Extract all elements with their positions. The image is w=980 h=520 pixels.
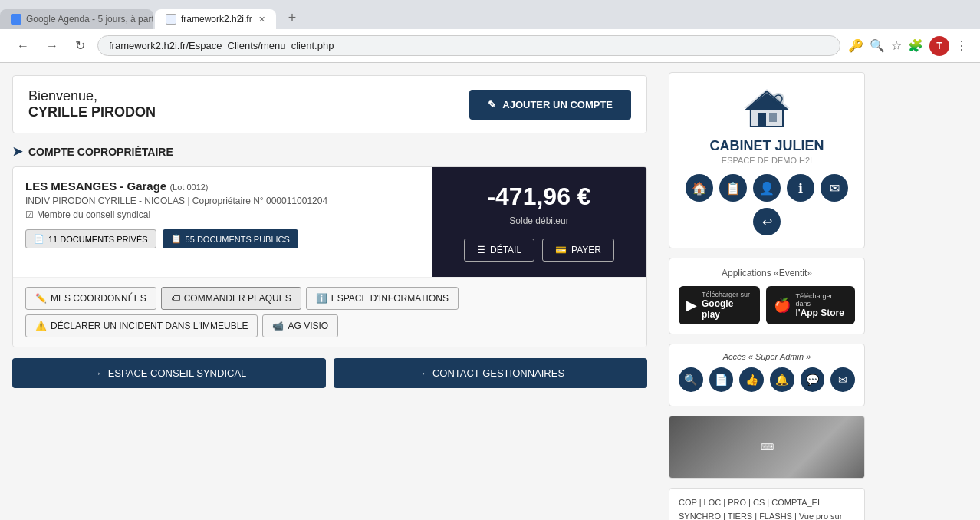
incident-button[interactable]: ⚠️ DÉCLARER UN INCIDENT DANS L'IMMEUBLE [25,314,258,337]
property-owner: INDIV PIRODON CYRILLE - NICOLAS | Coprop… [25,196,419,206]
app-store-button[interactable]: 🍎 Télécharger dans l'App Store [766,286,855,324]
svg-rect-3 [758,113,766,127]
tab-agenda[interactable]: Google Agenda - 5 jours, à part... ✕ [0,9,153,29]
private-docs-label: 11 DOCUMENTS PRIVÉS [48,235,148,244]
back-button[interactable]: ← [12,38,34,54]
welcome-greeting: Bienvenue, [28,88,156,104]
welcome-section: Bienvenue, CYRILLE PIRODON ✎ AJOUTER UN … [12,75,647,133]
admin-icon-row: 🔍 📄 👍 🔔 💬 ✉ [679,367,855,392]
tab-framework-close[interactable]: ✕ [258,15,265,25]
pay-button[interactable]: 💳 PAYER [542,239,614,262]
info-icon: ℹ️ [316,293,327,304]
admin-bell-button[interactable]: 🔔 [770,367,794,392]
cabinet-subtitle: ESPACE DE DEMO H2I [682,156,852,165]
sidebar-logout-button[interactable]: ↩ [753,208,781,235]
google-play-button[interactable]: ▶ Télécharger sur Google play [679,286,760,324]
admin-like-button[interactable]: 👍 [739,367,764,392]
new-tab-button[interactable]: + [281,7,304,29]
doc-icon: 📄 [34,234,44,244]
info-space-button[interactable]: ℹ️ ESPACE D'INFORMATIONS [306,287,459,310]
plus-icon: ✎ [488,99,496,110]
apps-section: Applications «Eventit» ▶ Télécharger sur… [669,258,865,334]
tab-agenda-favicon [11,14,21,25]
info-section: COP | LOC | PRO | CS | COMPTA_EI SYNCHRO… [669,488,865,520]
checkbox-icon: ☑ [25,209,34,220]
menu-icon[interactable]: ⋮ [955,38,968,53]
contact-gestionnaires-button[interactable]: → CONTACT GESTIONNAIRES [334,358,647,388]
photo-placeholder: ⌨ [669,416,864,478]
detail-button[interactable]: ☰ DÉTAIL [464,239,534,262]
sidebar-mail-button[interactable]: ✉ [821,174,848,202]
coordinates-button[interactable]: ✏️ MES COORDONNÉES [25,287,156,310]
sidebar-info-button[interactable]: ℹ [787,174,814,202]
arrow-icon: ➤ [12,144,22,159]
ag-visio-button[interactable]: 📹 AG VISIO [262,314,338,337]
bottom-actions: → ESPACE CONSEIL SYNDICAL → CONTACT GEST… [12,358,647,388]
profile-avatar[interactable]: T [929,36,949,56]
reload-button[interactable]: ↻ [71,37,90,54]
super-admin-section: Accès « Super Admin » 🔍 📄 👍 🔔 💬 ✉ [669,344,865,406]
sidebar-person-button[interactable]: 👤 [753,174,781,202]
app-store-big: l'App Store [795,308,847,318]
app-store-small: Télécharger dans [795,292,847,308]
info-space-label: ESPACE D'INFORMATIONS [331,293,449,304]
admin-chat-button[interactable]: 💬 [801,367,825,392]
key-icon: 🔑 [848,38,863,53]
pay-icon: 💳 [555,245,567,255]
sidebar: CABINET JULIEN ESPACE DE DEMO H2I 🏠 📋 👤 … [659,63,874,520]
sidebar-docs-button[interactable]: 📋 [719,174,747,202]
google-play-small: Télécharger sur [702,291,752,298]
extension-icon[interactable]: 🧩 [908,38,923,53]
add-account-button[interactable]: ✎ AJOUTER UN COMPTE [469,90,631,120]
google-play-icon: ▶ [686,297,697,314]
public-doc-icon: 📋 [171,234,182,244]
sidebar-icon-row: 🏠 📋 👤 ℹ ✉ ↩ [682,174,852,235]
tab-framework[interactable]: framework2.h2i.fr ✕ [155,9,276,29]
forward-button[interactable]: → [41,38,63,54]
balance-label: Solde débiteur [509,216,568,226]
public-docs-label: 55 DOCUMENTS PUBLICS [186,235,290,244]
public-docs-button[interactable]: 📋 55 DOCUMENTS PUBLICS [163,229,298,248]
photo-text: ⌨ [761,442,774,453]
admin-mail-button[interactable]: ✉ [830,367,855,392]
arrow-right-icon2: → [416,367,426,379]
admin-search-button[interactable]: 🔍 [679,367,703,392]
property-name: LES MESANGES - Garage (Lot 0012) [25,179,419,193]
apps-title: Applications «Eventit» [679,268,855,278]
welcome-text: Bienvenue, CYRILLE PIRODON [28,88,156,120]
coordinates-label: MES COORDONNÉES [51,293,146,304]
google-play-big: Google play [702,298,752,320]
zoom-icon: 🔍 [870,38,885,53]
private-docs-button[interactable]: 📄 11 DOCUMENTS PRIVÉS [25,229,156,248]
conseil-syndical-button[interactable]: → ESPACE CONSEIL SYNDICAL [12,358,326,388]
section-title: ➤ COMPTE COPROPRIÉTAIRE [12,144,647,159]
arrow-right-icon: → [92,367,102,379]
camera-icon: 📹 [272,321,284,331]
sidebar-home-button[interactable]: 🏠 [686,174,713,202]
photo-section: ⌨ [669,416,865,479]
admin-docs-button[interactable]: 📄 [709,367,734,392]
plaques-button[interactable]: 🏷 COMMANDER PLAQUES [161,287,301,310]
plaques-label: COMMANDER PLAQUES [184,293,291,304]
tab-agenda-label: Google Agenda - 5 jours, à part... [26,14,153,25]
svg-rect-4 [769,113,777,122]
contact-gestionnaires-label: CONTACT GESTIONNAIRES [432,367,564,379]
super-admin-title: Accès « Super Admin » [679,352,855,361]
app-store-row: ▶ Télécharger sur Google play 🍎 Téléchar… [679,286,855,324]
tab-framework-label: framework2.h2i.fr [181,14,252,25]
member-badge: ☑ Membre du conseil syndical [25,209,419,220]
welcome-name: CYRILLE PIRODON [28,104,156,120]
bookmark-icon[interactable]: ☆ [891,38,902,53]
property-info: LES MESANGES - Garage (Lot 0012) INDIV P… [13,167,432,277]
detail-icon: ☰ [477,245,485,255]
cabinet-name: CABINET JULIEN [682,138,852,154]
edit-icon: ✏️ [35,293,47,304]
tag-icon: 🏷 [171,293,180,304]
info-line2: SYNCHRO | TIERS | FLASHS | Vue pro sur l… [679,510,855,520]
url-bar[interactable] [97,35,840,56]
action-bar: ✏️ MES COORDONNÉES 🏷 COMMANDER PLAQUES ℹ… [13,277,646,347]
balance-amount: -471,96 € [487,183,590,211]
tab-framework-favicon [166,14,176,25]
conseil-syndical-label: ESPACE CONSEIL SYNDICAL [108,367,247,379]
compte-title: COMPTE COPROPRIÉTAIRE [28,146,173,158]
